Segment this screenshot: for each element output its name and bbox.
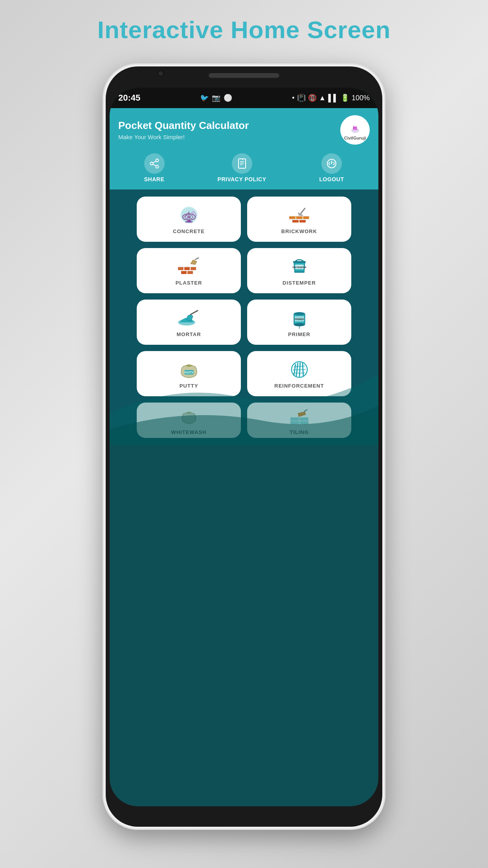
camera-dot xyxy=(158,70,164,77)
svg-text:DISTEMPER: DISTEMPER xyxy=(292,266,306,268)
share-icon xyxy=(149,158,160,169)
logout-label: LOGOUT xyxy=(319,176,344,182)
instagram-icon: 📷 xyxy=(212,94,220,102)
battery-pct: 100% xyxy=(352,94,370,102)
card-row-1: CONCRETE xyxy=(116,197,372,242)
svg-line-66 xyxy=(304,410,307,411)
svg-marker-40 xyxy=(191,260,197,265)
status-bar: 20:45 🐦 📷 ⚪ • 📳 📵 ▲ ▌▌ 🔋 100% xyxy=(110,88,378,108)
app-title-block: Pocket Quantity Calculator Make Your Wor… xyxy=(118,120,249,140)
svg-point-2 xyxy=(150,162,153,165)
mortar-icon xyxy=(175,307,203,329)
share-label: SHARE xyxy=(144,176,165,182)
svg-rect-37 xyxy=(187,271,193,274)
svg-text:PUTTY: PUTTY xyxy=(184,371,193,374)
svg-rect-6 xyxy=(238,159,246,168)
svg-rect-36 xyxy=(181,271,187,274)
putty-label: PUTTY xyxy=(180,383,198,389)
card-row-5: WHITEWASH xyxy=(116,403,372,438)
reinforcement-icon xyxy=(286,359,313,381)
distemper-label: DISTEMPER xyxy=(283,280,316,286)
primer-icon: PRIMER xyxy=(286,307,313,329)
battery-icon: 🔋 xyxy=(341,94,349,102)
mortar-icon-svg xyxy=(176,307,202,329)
status-time: 20:45 xyxy=(118,93,140,103)
mortar-label: MORTAR xyxy=(176,331,201,337)
call-icon: 📵 xyxy=(308,94,317,102)
phone-mockup: 20:45 🐦 📷 ⚪ • 📳 📵 ▲ ▌▌ 🔋 100% Pocket Qua… xyxy=(103,63,385,830)
logo-icon xyxy=(345,120,365,135)
nav-bar: SHARE PRIVACY POLICY xyxy=(110,149,378,189)
concrete-card[interactable]: CONCRETE xyxy=(137,197,241,242)
app-logo: CivilGuruji xyxy=(340,115,370,145)
plaster-icon xyxy=(175,256,203,278)
phone-speaker xyxy=(209,73,279,78)
wifi-icon: ▲ xyxy=(319,94,326,102)
whitewash-label: WHITEWASH xyxy=(171,429,207,435)
brickwork-icon-svg xyxy=(286,204,313,226)
tiling-label: TILING xyxy=(290,429,309,435)
svg-rect-26 xyxy=(292,220,299,223)
card-row-2: PLASTER DIS xyxy=(116,248,372,293)
privacy-icon xyxy=(237,158,247,169)
privacy-policy-button[interactable]: PRIVACY POLICY xyxy=(218,153,266,182)
whitewash-icon xyxy=(175,405,203,427)
svg-rect-34 xyxy=(184,267,190,270)
tiling-icon-svg xyxy=(288,407,311,426)
brickwork-card[interactable]: BRICKWORK xyxy=(247,197,351,242)
reinforcement-card[interactable]: REINFORCEMENT xyxy=(247,351,351,396)
content-area: CONCRETE xyxy=(110,189,378,445)
svg-rect-42 xyxy=(293,261,306,263)
putty-icon-svg: PUTTY xyxy=(176,359,202,380)
distemper-card[interactable]: DISTEMPER DISTEMPER xyxy=(247,248,351,293)
privacy-icon-circle xyxy=(232,153,252,174)
share-button[interactable]: SHARE xyxy=(144,153,165,182)
status-social-icons: 🐦 📷 ⚪ xyxy=(200,94,232,102)
phone-screen: 20:45 🐦 📷 ⚪ • 📳 📵 ▲ ▌▌ 🔋 100% Pocket Qua… xyxy=(110,88,378,806)
svg-line-4 xyxy=(153,161,156,163)
svg-line-21 xyxy=(301,208,305,213)
whitewash-card[interactable]: WHITEWASH xyxy=(137,403,241,438)
svg-marker-65 xyxy=(298,412,305,416)
reinforcement-label: REINFORCEMENT xyxy=(274,383,324,389)
logout-icon xyxy=(327,158,337,169)
status-right-icons: • 📳 📵 ▲ ▌▌ 🔋 100% xyxy=(292,94,370,102)
svg-rect-33 xyxy=(178,267,183,270)
privacy-label: PRIVACY POLICY xyxy=(218,176,266,182)
tiling-card[interactable]: TILING xyxy=(247,403,351,438)
app-title: Pocket Quantity Calculator xyxy=(118,120,249,132)
logout-button[interactable]: LOGOUT xyxy=(319,153,344,182)
tiling-icon xyxy=(286,405,313,427)
page-title: Interactive Home Screen xyxy=(97,16,391,44)
svg-rect-32 xyxy=(289,216,310,219)
plaster-card[interactable]: PLASTER xyxy=(137,248,241,293)
svg-rect-20 xyxy=(185,221,193,223)
logo-text: CivilGuruji xyxy=(344,136,366,140)
app-header: Pocket Quantity Calculator Make Your Wor… xyxy=(110,108,378,149)
circle-icon: ⚪ xyxy=(224,94,232,102)
concrete-icon xyxy=(175,204,203,226)
app-subtitle: Make Your Work Simpler! xyxy=(118,134,249,140)
svg-line-46 xyxy=(191,311,198,314)
brickwork-label: BRICKWORK xyxy=(281,228,317,234)
primer-card[interactable]: PRIMER PRIMER xyxy=(247,300,351,345)
svg-point-16 xyxy=(187,216,191,218)
svg-line-41 xyxy=(195,258,198,259)
svg-rect-27 xyxy=(299,220,306,223)
logout-icon-circle xyxy=(321,153,342,174)
signal-icon: ▌▌ xyxy=(328,94,338,102)
plaster-icon-svg xyxy=(176,256,202,277)
concrete-icon-svg xyxy=(176,204,202,226)
mortar-card[interactable]: MORTAR xyxy=(137,300,241,345)
svg-rect-35 xyxy=(191,267,196,270)
vibrate-icon: 📳 xyxy=(297,94,306,102)
putty-card[interactable]: PUTTY PUTTY xyxy=(137,351,241,396)
svg-line-5 xyxy=(153,164,156,166)
share-icon-circle xyxy=(144,153,165,174)
primer-label: PRIMER xyxy=(288,331,310,337)
distemper-icon-svg: DISTEMPER xyxy=(286,256,313,277)
svg-text:PRIMER: PRIMER xyxy=(295,318,304,320)
whitewash-icon-svg xyxy=(177,407,201,426)
svg-line-60 xyxy=(293,370,306,370)
dot-icon: • xyxy=(292,94,294,102)
